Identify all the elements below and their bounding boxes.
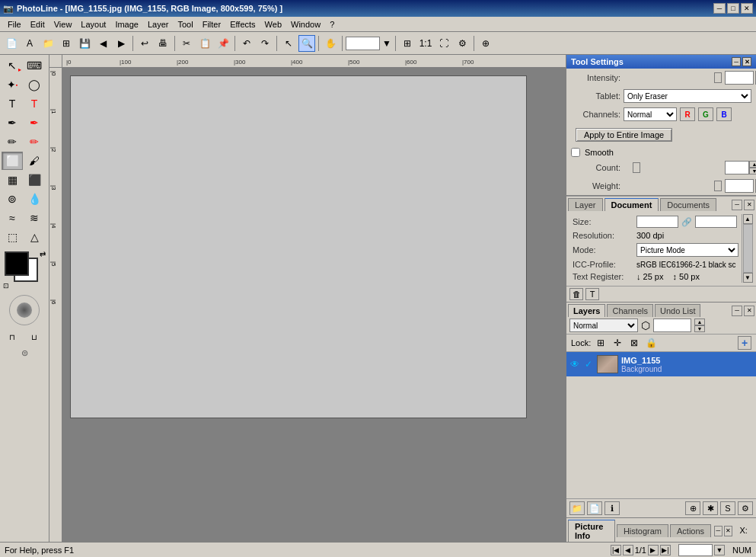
image-canvas[interactable] <box>70 75 527 418</box>
paste-button[interactable]: 📌 <box>215 35 231 52</box>
tool-pencil[interactable]: ✏ <box>2 133 23 151</box>
tablet-select[interactable]: Only Eraser Always Never <box>624 89 751 103</box>
menu-edit[interactable]: Edit <box>26 18 49 30</box>
weight-value[interactable]: 100 % <box>725 179 754 193</box>
swap-colors-icon[interactable]: ⇄ <box>40 250 46 258</box>
grid-button[interactable]: ⊞ <box>58 35 75 52</box>
undo2-button[interactable]: ↶ <box>238 35 255 52</box>
expand-btn[interactable]: ⊜ <box>3 348 46 358</box>
doc-size-h[interactable]: 599 px <box>695 216 737 228</box>
menu-layer[interactable]: Layer <box>143 18 174 30</box>
layers-minimize-btn[interactable]: ─ <box>732 306 742 316</box>
tool-smudge[interactable]: ≈ <box>2 209 23 227</box>
tool-gradient[interactable]: ▦ <box>2 171 23 189</box>
page-next-btn[interactable]: ▶ <box>648 545 659 555</box>
foreground-color[interactable] <box>5 251 29 276</box>
tool-settings-close-btn[interactable]: ✕ <box>742 57 751 66</box>
tab-channels[interactable]: Channels <box>607 304 652 317</box>
tool-eyedropper[interactable]: 💧 <box>24 190 45 208</box>
count-up-btn[interactable]: ▲ <box>749 161 756 168</box>
menu-layout[interactable]: Layout <box>76 18 110 30</box>
tool-text[interactable]: T <box>2 94 23 113</box>
tab-actions[interactable]: Actions <box>670 524 711 537</box>
menu-image[interactable]: Image <box>110 18 143 30</box>
tool-smudge2[interactable]: ≋ <box>24 209 45 227</box>
save-button[interactable]: 💾 <box>76 35 93 52</box>
tool-pen[interactable]: ✒ <box>2 114 23 132</box>
bottom-panel-minimize-btn[interactable]: ─ <box>714 526 723 536</box>
zoom-input[interactable]: 100% <box>346 37 380 50</box>
minimize-button[interactable]: ─ <box>713 3 726 14</box>
doc-mode-select[interactable]: Picture Mode Draw Mode <box>636 243 738 257</box>
tool-pointer[interactable]: ↖▸ <box>2 56 23 75</box>
doc-icon-text[interactable]: T <box>585 288 599 300</box>
tab-layer[interactable]: Layer <box>568 198 603 211</box>
undo-button[interactable]: ↩ <box>136 35 153 52</box>
layers-tb-s[interactable]: S <box>720 501 735 515</box>
copy-button[interactable]: 📋 <box>196 35 213 52</box>
menu-view[interactable]: View <box>49 18 77 30</box>
menu-filter[interactable]: Filter <box>198 18 225 30</box>
layers-tb-copy[interactable]: ⊕ <box>685 501 700 515</box>
settings2-button[interactable]: ⚙ <box>454 35 471 52</box>
tool-lasso[interactable]: ⌨ <box>24 56 45 75</box>
tool-text-red[interactable]: T <box>24 94 45 113</box>
tab-undo-list[interactable]: Undo List <box>655 304 700 317</box>
doc-icon-trash[interactable]: 🗑 <box>569 288 583 300</box>
status-zoom-input[interactable]: 75.0 % <box>678 544 713 556</box>
doc-size-w[interactable]: 800 px <box>636 216 678 228</box>
reset-colors-icon[interactable]: ⊡ <box>3 282 9 290</box>
tab-histogram[interactable]: Histogram <box>617 524 668 537</box>
doc-tab-minimize-btn[interactable]: ─ <box>732 200 742 210</box>
zoom-tool-button[interactable]: 🔍 <box>298 35 315 52</box>
weight-slider[interactable] <box>624 181 722 191</box>
tool-settings-minimize-btn[interactable]: ─ <box>732 57 741 66</box>
apply-entire-image-button[interactable]: Apply to Entire Image <box>576 128 672 142</box>
tool-fill[interactable]: ⬛ <box>24 171 45 189</box>
tool-pen-red[interactable]: ✒ <box>24 114 45 132</box>
hand-button[interactable]: ✋ <box>322 35 339 52</box>
layer-visibility-icon[interactable]: 👁 <box>569 359 580 370</box>
canvas-area[interactable] <box>62 68 566 542</box>
menu-help[interactable]: ? <box>325 18 339 30</box>
close-button[interactable]: ✕ <box>741 3 753 14</box>
tool-stamp[interactable]: ⊚ <box>2 190 23 208</box>
menu-file[interactable]: File <box>3 18 26 30</box>
opacity-down-btn[interactable]: ▼ <box>694 325 705 332</box>
open-button[interactable]: 📁 <box>40 35 56 52</box>
mask-btn2[interactable]: ⊔ <box>24 328 45 346</box>
cut-button[interactable]: ✂ <box>178 35 195 52</box>
menu-window[interactable]: Window <box>286 18 325 30</box>
lock-position-btn[interactable]: ⊠ <box>627 337 641 349</box>
page-first-btn[interactable]: |◀ <box>611 545 621 555</box>
zoom-fit-button[interactable]: ⊞ <box>399 35 416 52</box>
layers-tb-info[interactable]: ℹ <box>604 501 620 515</box>
tool-ellipse-sel[interactable]: ◯ <box>24 75 45 94</box>
redo2-button[interactable]: ↷ <box>257 35 273 52</box>
layer-item[interactable]: 👁 ✓ IMG_1155 Background <box>566 352 756 376</box>
bottom-panel-close-btn[interactable]: ✕ <box>724 526 732 536</box>
mask-btn1[interactable]: ⊓ <box>2 328 23 346</box>
add-layer-button[interactable]: + <box>738 336 751 350</box>
tab-document[interactable]: Document <box>604 198 659 211</box>
prev-button[interactable]: ◀ <box>94 35 111 52</box>
new-button[interactable]: 📄 <box>3 35 20 52</box>
tool-brush[interactable]: 🖌 <box>24 152 45 170</box>
doc-tab-close-btn[interactable]: ✕ <box>744 200 754 210</box>
count-slider[interactable] <box>624 162 722 173</box>
zoom-1-button[interactable]: 1:1 <box>417 35 434 52</box>
doc-scroll-thumb[interactable] <box>743 224 753 273</box>
status-zoom-dropdown[interactable]: ▼ <box>714 545 725 555</box>
tool-shape[interactable]: △ <box>24 228 45 246</box>
layers-tb-new-group[interactable]: 📁 <box>569 501 585 515</box>
channel-r-btn[interactable]: R <box>680 107 695 121</box>
tab-picture-info[interactable]: Picture Info <box>568 520 615 542</box>
tab-layers[interactable]: Layers <box>568 304 605 317</box>
extra-button[interactable]: ⊕ <box>477 35 494 52</box>
doc-scroll-down[interactable]: ▼ <box>743 273 753 283</box>
maximize-button[interactable]: □ <box>727 3 739 14</box>
channel-g-btn[interactable]: G <box>698 107 713 121</box>
channel-b-btn[interactable]: B <box>716 107 732 121</box>
count-value[interactable]: 10 <box>725 161 749 174</box>
redo-button[interactable]: 🖶 <box>155 35 171 52</box>
